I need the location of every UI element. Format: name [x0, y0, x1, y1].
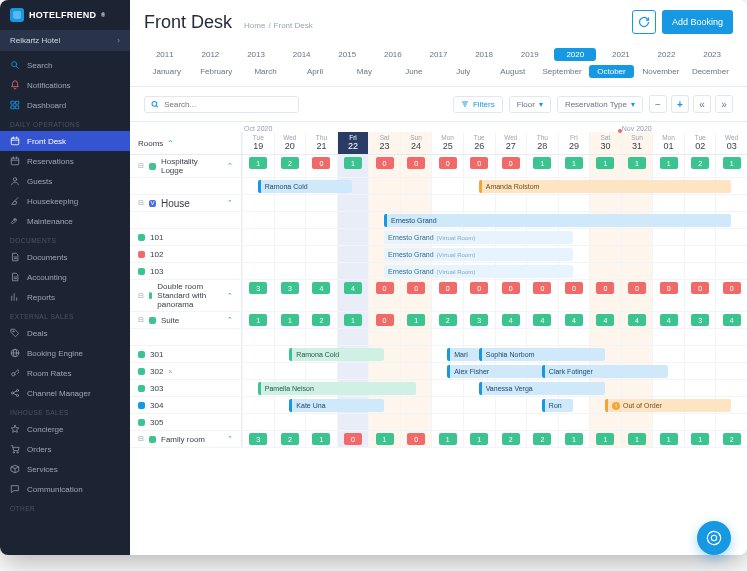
refresh-button[interactable]	[632, 10, 656, 34]
cell[interactable]: 4	[589, 312, 621, 328]
nav-item-dashboard[interactable]: Dashboard	[0, 95, 130, 115]
rooms-column-header[interactable]: Rooms ⌃	[130, 132, 242, 154]
cell[interactable]	[684, 263, 716, 279]
cell[interactable]	[337, 195, 369, 211]
search-input[interactable]	[164, 100, 292, 109]
cell[interactable]: 3	[684, 312, 716, 328]
month-july[interactable]: July	[441, 65, 486, 78]
cell[interactable]: 1	[652, 155, 684, 177]
cell[interactable]: 0	[621, 280, 653, 311]
year-2022[interactable]: 2022	[646, 48, 688, 61]
cell[interactable]	[337, 363, 369, 379]
nav-item-reservations[interactable]: Reservations	[0, 151, 130, 171]
cell[interactable]	[684, 380, 716, 396]
cell[interactable]: 4	[305, 280, 337, 311]
cell[interactable]	[400, 195, 432, 211]
year-2023[interactable]: 2023	[691, 48, 733, 61]
cell[interactable]: 4	[652, 312, 684, 328]
cell[interactable]: 1	[305, 431, 337, 447]
cell[interactable]: 3	[242, 280, 274, 311]
zoom-out-button[interactable]: −	[649, 95, 667, 113]
cell[interactable]: 1	[400, 312, 432, 328]
cell[interactable]	[305, 195, 337, 211]
cell[interactable]: 1	[337, 155, 369, 177]
nav-item-channel-manager[interactable]: Channel Manager	[0, 383, 130, 403]
booking-bar[interactable]: Clark Fotinger	[542, 365, 668, 378]
cell[interactable]	[368, 195, 400, 211]
day-01[interactable]: Mon01	[652, 132, 684, 154]
cell[interactable]	[242, 229, 274, 245]
cell[interactable]	[558, 329, 590, 345]
cell[interactable]: 0	[652, 280, 684, 311]
year-2016[interactable]: 2016	[372, 48, 414, 61]
cell[interactable]	[684, 363, 716, 379]
year-2021[interactable]: 2021	[600, 48, 642, 61]
cell[interactable]: 1	[684, 431, 716, 447]
cell[interactable]: 0	[684, 280, 716, 311]
crumb-home[interactable]: Home	[244, 21, 265, 30]
cell[interactable]	[337, 414, 369, 430]
cell[interactable]	[715, 414, 747, 430]
day-02[interactable]: Tue02	[684, 132, 716, 154]
cell[interactable]: 1	[558, 431, 590, 447]
cell[interactable]	[431, 397, 463, 413]
cell[interactable]	[652, 380, 684, 396]
zoom-in-button[interactable]: +	[671, 95, 689, 113]
cell[interactable]	[274, 329, 306, 345]
booking-bar[interactable]: Ramona Cold- - -	[258, 180, 353, 193]
category-header[interactable]: ⊟Suite⌃	[130, 312, 242, 328]
cell[interactable]	[337, 212, 369, 228]
nav-item-deals[interactable]: Deals	[0, 323, 130, 343]
cell[interactable]: 0	[589, 280, 621, 311]
cell[interactable]	[495, 414, 527, 430]
cell[interactable]: 0	[463, 155, 495, 177]
cell[interactable]	[431, 414, 463, 430]
cell[interactable]	[305, 263, 337, 279]
cell[interactable]	[495, 397, 527, 413]
cell[interactable]: 3	[274, 280, 306, 311]
cell[interactable]: 1	[274, 312, 306, 328]
day-03[interactable]: Wed03	[715, 132, 747, 154]
month-january[interactable]: January	[144, 65, 189, 78]
cell[interactable]	[242, 212, 274, 228]
month-november[interactable]: November	[638, 65, 683, 78]
cell[interactable]: 0	[400, 431, 432, 447]
cell[interactable]	[274, 229, 306, 245]
year-2017[interactable]: 2017	[418, 48, 460, 61]
cell[interactable]: 0	[337, 431, 369, 447]
cell[interactable]: 1	[242, 155, 274, 177]
cell[interactable]	[621, 380, 653, 396]
cell[interactable]: 1	[337, 312, 369, 328]
cell[interactable]	[431, 195, 463, 211]
day-24[interactable]: Sun24	[400, 132, 432, 154]
cell[interactable]	[715, 229, 747, 245]
cell[interactable]	[400, 329, 432, 345]
booking-bar[interactable]: Ernesto Grand(Virtual Room)	[384, 231, 573, 244]
nav-item-booking-engine[interactable]: Booking Engine	[0, 343, 130, 363]
cell[interactable]	[715, 195, 747, 211]
nav-item-front-desk[interactable]: Front Desk	[0, 131, 130, 151]
cell[interactable]: 4	[526, 312, 558, 328]
cell[interactable]: 2	[526, 431, 558, 447]
day-20[interactable]: Wed20	[274, 132, 306, 154]
month-march[interactable]: March	[243, 65, 288, 78]
booking-bar[interactable]: Mari	[447, 348, 479, 361]
cell[interactable]: 4	[621, 312, 653, 328]
cell[interactable]	[715, 363, 747, 379]
day-23[interactable]: Sat23	[368, 132, 400, 154]
year-2018[interactable]: 2018	[463, 48, 505, 61]
year-2019[interactable]: 2019	[509, 48, 551, 61]
booking-bar[interactable]: Alex Fisher	[447, 365, 542, 378]
cell[interactable]	[400, 397, 432, 413]
booking-bar[interactable]: Sophia Norbom	[479, 348, 605, 361]
cell[interactable]: 1	[715, 155, 747, 177]
nav-item-search[interactable]: Search	[0, 55, 130, 75]
cell[interactable]	[337, 329, 369, 345]
day-22[interactable]: Fri22	[337, 132, 369, 154]
cell[interactable]	[684, 329, 716, 345]
year-2012[interactable]: 2012	[190, 48, 232, 61]
cell[interactable]	[463, 397, 495, 413]
cell[interactable]	[400, 414, 432, 430]
cell[interactable]: 0	[431, 155, 463, 177]
cell[interactable]: 4	[495, 312, 527, 328]
